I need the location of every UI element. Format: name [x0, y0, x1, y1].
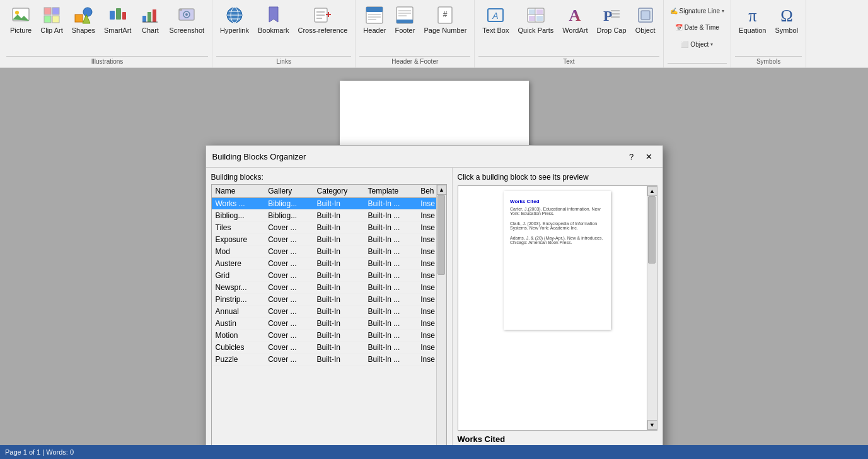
- cell-category: Built-In: [313, 246, 364, 258]
- bookmark-button[interactable]: Bookmark: [254, 3, 293, 37]
- table-row[interactable]: AnnualCover ...Built-InBuilt-In ...Inse: [212, 306, 446, 318]
- svg-text:π: π: [748, 7, 756, 25]
- cell-category: Built-In: [313, 222, 364, 234]
- cell-gallery: Cover ...: [264, 270, 313, 282]
- object-button[interactable]: ⬜ Object ▾: [668, 40, 727, 49]
- header-icon: [364, 5, 385, 25]
- text-box-button[interactable]: A Text Box: [478, 3, 512, 37]
- dialog-left-pane: Building blocks: Name Gallery Categor: [206, 168, 452, 459]
- table-row[interactable]: GridCover ...Built-InBuilt-In ...Inse: [212, 270, 446, 282]
- ribbon-group-symbols: π Equation Ω Symbol Symbols: [731, 0, 806, 67]
- drop-cap-button[interactable]: P Drop Cap: [593, 3, 630, 37]
- object-main-button[interactable]: Object: [632, 3, 659, 37]
- building-blocks-dialog: Building Blocks Organizer ? ✕ Building b…: [205, 145, 663, 459]
- scroll-thumb[interactable]: [437, 195, 445, 275]
- building-blocks-label: Building blocks:: [211, 173, 447, 182]
- svg-text:A: A: [569, 6, 581, 25]
- preview-scroll-up[interactable]: ▲: [647, 186, 657, 196]
- dialog-close-x-button[interactable]: ✕: [642, 149, 656, 163]
- chart-button[interactable]: Chart: [136, 3, 164, 37]
- object-dropdown-arrow: ▾: [710, 42, 713, 47]
- cell-name: Tiles: [212, 222, 265, 234]
- cell-gallery: Cover ...: [264, 282, 313, 294]
- cell-category: Built-In: [313, 270, 364, 282]
- equation-icon: π: [743, 5, 763, 25]
- cell-category: Built-In: [313, 258, 364, 270]
- cell-category: Built-In: [313, 318, 364, 330]
- cell-category: Built-In: [313, 234, 364, 246]
- table-row[interactable]: AustereCover ...Built-InBuilt-In ...Inse: [212, 258, 446, 270]
- building-blocks-table: Name Gallery Category Template Beh: [212, 185, 446, 366]
- cell-template: Built-In ...: [364, 282, 417, 294]
- quick-parts-button[interactable]: Quick Parts: [514, 3, 557, 37]
- bookmark-icon: [263, 5, 284, 25]
- scroll-up-button[interactable]: ▲: [437, 185, 447, 195]
- dialog-titlebar: Building Blocks Organizer ? ✕: [206, 146, 663, 168]
- date-time-button[interactable]: 📅 Date & Time: [668, 23, 727, 32]
- table-row[interactable]: Works ...Bibliog...Built-InBuilt-In ...I…: [212, 198, 446, 210]
- smartart-button[interactable]: SmartArt: [100, 3, 135, 37]
- preview-line-2: Clark, J. (2003). Encyclopedia of Inform…: [510, 221, 605, 230]
- ribbon-group-links: Hyperlink Bookmark: [212, 0, 356, 67]
- table-row[interactable]: Newspr...Cover ...Built-InBuilt-In ...In…: [212, 282, 446, 294]
- preview-scroll-track[interactable]: [647, 196, 657, 420]
- cell-name: Grid: [212, 270, 265, 282]
- symbol-icon: Ω: [777, 5, 797, 25]
- links-label: Links: [216, 56, 351, 67]
- preview-scroll-thumb[interactable]: [648, 196, 656, 264]
- svg-rect-49: [536, 16, 543, 21]
- svg-rect-14: [153, 9, 156, 22]
- header-footer-label: Header & Footer: [359, 56, 470, 67]
- signature-line-button[interactable]: ✍ Signature Line ▾: [668, 6, 727, 16]
- preview-vertical-scrollbar[interactable]: ▲ ▼: [647, 186, 657, 430]
- cell-name: Bibliog...: [212, 210, 265, 222]
- scroll-track[interactable]: [437, 195, 446, 459]
- dialog-help-button[interactable]: ?: [625, 149, 639, 163]
- cell-category: Built-In: [313, 342, 364, 354]
- table-row[interactable]: Bibliog...Bibliog...Built-InBuilt-In ...…: [212, 210, 446, 222]
- table-row[interactable]: ModCover ...Built-InBuilt-In ...Inse: [212, 246, 446, 258]
- cell-template: Built-In ...: [364, 294, 417, 306]
- cell-name: Works ...: [212, 198, 265, 210]
- table-row[interactable]: TilesCover ...Built-InBuilt-In ...Inse: [212, 222, 446, 234]
- hyperlink-button[interactable]: Hyperlink: [216, 3, 253, 37]
- cell-name: Pinstrip...: [212, 294, 265, 306]
- equation-button[interactable]: π Equation: [735, 3, 770, 37]
- preview-inner: Works Cited Carter, J.(2003). Educationa…: [458, 186, 657, 430]
- wordart-button[interactable]: A WordArt: [558, 3, 591, 37]
- symbol-button[interactable]: Ω Symbol: [772, 3, 802, 37]
- table-row[interactable]: AustinCover ...Built-InBuilt-In ...Inse: [212, 318, 446, 330]
- svg-text:A: A: [492, 11, 499, 21]
- table-row[interactable]: PuzzleCover ...Built-InBuilt-In ...Inse: [212, 354, 446, 366]
- cell-gallery: Cover ...: [264, 318, 313, 330]
- svg-rect-10: [116, 8, 121, 20]
- date-time-icon: 📅: [675, 24, 683, 31]
- table-row[interactable]: ExposureCover ...Built-InBuilt-In ...Ins…: [212, 234, 446, 246]
- preview-scroll-down[interactable]: ▼: [647, 420, 657, 430]
- clip-art-button[interactable]: Clip Art: [37, 3, 66, 37]
- table-row[interactable]: CubiclesCover ...Built-InBuilt-In ...Ins…: [212, 342, 446, 354]
- cell-gallery: Bibliog...: [264, 210, 313, 222]
- page-number-icon: #: [435, 5, 455, 25]
- page-number-button[interactable]: # Page Number: [420, 3, 470, 37]
- cell-template: Built-In ...: [364, 234, 417, 246]
- chart-icon: [140, 5, 160, 25]
- table-row[interactable]: MotionCover ...Built-InBuilt-In ...Inse: [212, 330, 446, 342]
- header-button[interactable]: Header: [359, 3, 390, 37]
- signature-dropdown-arrow: ▾: [722, 8, 724, 14]
- footer-button[interactable]: Footer: [391, 3, 419, 37]
- table-row[interactable]: Pinstrip...Cover ...Built-InBuilt-In ...…: [212, 294, 446, 306]
- object-icon: ⬜: [681, 41, 688, 48]
- vertical-scrollbar[interactable]: ▲ ▼: [436, 185, 446, 459]
- cell-category: Built-In: [313, 330, 364, 342]
- picture-button[interactable]: Picture: [6, 3, 35, 37]
- svg-text:Ω: Ω: [780, 7, 793, 25]
- smartart-icon: [108, 5, 128, 25]
- cell-gallery: Cover ...: [264, 234, 313, 246]
- svg-rect-4: [44, 16, 51, 23]
- col-template: Template: [364, 185, 417, 198]
- screenshot-button[interactable]: Screenshot: [165, 3, 208, 37]
- cross-reference-button[interactable]: Cross-reference: [294, 3, 351, 37]
- cell-name: Austere: [212, 258, 265, 270]
- shapes-button[interactable]: Shapes: [68, 3, 99, 37]
